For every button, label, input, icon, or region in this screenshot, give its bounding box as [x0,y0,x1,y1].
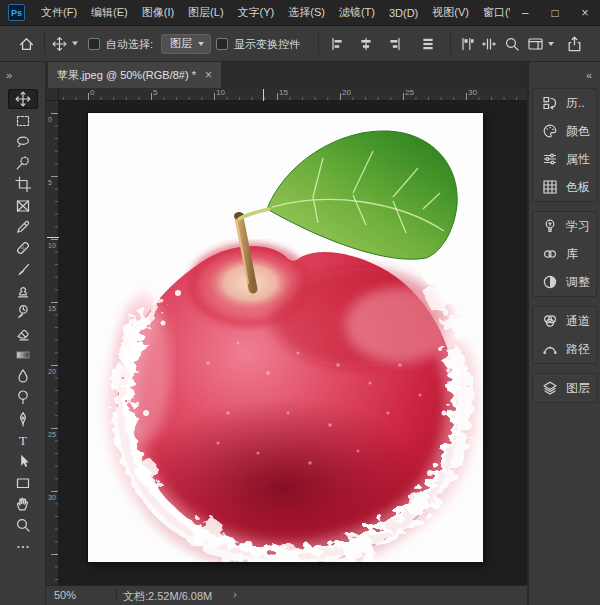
ruler-tick-label: 20 [342,88,351,97]
history-brush-tool[interactable] [8,302,38,322]
document-tab[interactable]: 苹果.jpeg @ 50%(RGB/8#) * × [48,62,221,88]
panel-adjustments[interactable]: 调整 [533,268,596,296]
gradient-tool[interactable] [8,345,38,365]
ruler-tick-label: 25 [405,88,414,97]
close-button[interactable]: × [570,0,600,25]
chevron-down-icon [548,42,554,46]
panel-channels[interactable]: 通道 [533,307,596,335]
panel-label: 调整 [566,274,590,291]
auto-select-checkbox[interactable] [88,38,100,50]
lasso-tool[interactable] [8,132,38,152]
status-expand-icon[interactable]: › [233,588,237,600]
ruler-tick-label: 30 [48,494,56,501]
menu-image[interactable]: 图像(I) [135,5,181,20]
path-selection-tool[interactable] [8,451,38,471]
minimize-button[interactable]: – [510,0,540,25]
menu-type[interactable]: 文字(Y) [231,5,282,20]
panel-swatches[interactable]: 色板 [533,173,596,201]
hand-tool[interactable] [8,494,38,514]
brush-tool[interactable] [8,260,38,280]
document-canvas[interactable] [88,113,483,562]
paths-icon [542,341,558,357]
home-button[interactable] [18,35,35,52]
panel-learn[interactable]: 学习 [533,212,596,240]
panel-label: 历.. [566,95,585,112]
align-left-icon [330,36,346,52]
menu-filter[interactable]: 滤镜(T) [332,5,382,20]
adjustments-icon [542,274,558,290]
history-icon [542,95,558,111]
align-center-button[interactable] [358,36,374,52]
menu-select[interactable]: 选择(S) [281,5,332,20]
align-right-button[interactable] [386,36,402,52]
svg-text:T: T [19,433,27,448]
chevron-down-icon [198,42,204,46]
ruler-tick-label: 10 [48,242,56,249]
swatches-icon [542,179,558,195]
photoshop-window: Ps 文件(F) 编辑(E) 图像(I) 图层(L) 文字(Y) 选择(S) 滤… [0,0,600,605]
menu-3d[interactable]: 3D(D) [382,7,425,19]
align-left-button[interactable] [330,36,346,52]
frame-tool[interactable] [8,196,38,216]
panel-paths[interactable]: 路径 [533,335,596,363]
type-tool[interactable]: T [8,430,38,450]
ruler-tick-label: 0 [48,116,56,123]
tools-panel: » T [0,62,46,605]
tools-expand-icon[interactable]: » [6,69,12,81]
eyedropper-tool[interactable] [8,217,38,237]
flip-button[interactable] [481,36,497,52]
move-tool-preset[interactable] [52,36,78,51]
more-tools[interactable] [8,537,38,557]
panel-properties[interactable]: 属性 [533,145,596,173]
panel-collapse-icon[interactable]: « [586,69,592,81]
photoshop-logo-icon: Ps [8,4,25,21]
auto-select-dropdown[interactable]: 图层 [161,34,211,54]
share-button[interactable] [566,35,583,52]
panel-layers[interactable]: 图层 [533,374,596,402]
maximize-button[interactable]: □ [540,0,570,25]
panel-label: 属性 [566,151,590,168]
auto-select-value: 图层 [170,36,192,51]
align-right-icon [386,36,402,52]
menu-window[interactable]: 窗口(W) [476,5,510,20]
menu-bar: 文件(F) 编辑(E) 图像(I) 图层(L) 文字(Y) 选择(S) 滤镜(T… [34,0,510,25]
apple-image [88,113,483,562]
search-button[interactable] [504,36,520,52]
tab-close-icon[interactable]: × [205,68,212,82]
distribute-button[interactable] [420,36,436,52]
dodge-tool[interactable] [8,387,38,407]
panel-label: 颜色 [566,123,590,140]
panel-libraries[interactable]: 库 [533,240,596,268]
show-transform-checkbox[interactable] [216,38,228,50]
menu-edit[interactable]: 编辑(E) [84,5,135,20]
clone-stamp-tool[interactable] [8,281,38,301]
distribute-vertical-button[interactable] [459,36,475,52]
menu-file[interactable]: 文件(F) [34,5,84,20]
crop-tool[interactable] [8,174,38,194]
zoom-tool[interactable] [8,515,38,535]
chevron-down-icon [72,42,78,46]
ruler-tick-label: 0 [90,88,94,97]
eraser-tool[interactable] [8,324,38,344]
horizontal-ruler: 0 5 10 15 20 25 30 [46,88,527,101]
panel-history[interactable]: 历.. [533,89,596,117]
move-tool[interactable] [8,89,38,109]
panel-color[interactable]: 颜色 [533,117,596,145]
quick-selection-tool[interactable] [8,153,38,173]
menu-view[interactable]: 视图(V) [425,5,476,20]
workspace-switcher[interactable] [527,36,554,52]
blur-tool[interactable] [8,366,38,386]
channels-icon [542,313,558,329]
zoom-level[interactable]: 50% [54,589,76,601]
ruler-tick-label: 20 [48,368,56,375]
menu-layer[interactable]: 图层(L) [181,5,230,20]
pen-tool[interactable] [8,409,38,429]
distribute-icon [420,36,436,52]
divider [44,32,45,55]
panel-label: 库 [566,246,578,263]
rectangular-marquee-tool[interactable] [8,111,38,131]
canvas-area[interactable]: 0 5 10 15 20 25 30 0 5 10 15 20 25 30 [46,88,527,585]
rectangle-tool[interactable] [8,473,38,493]
libraries-icon [542,246,558,262]
spot-healing-brush-tool[interactable] [8,238,38,258]
